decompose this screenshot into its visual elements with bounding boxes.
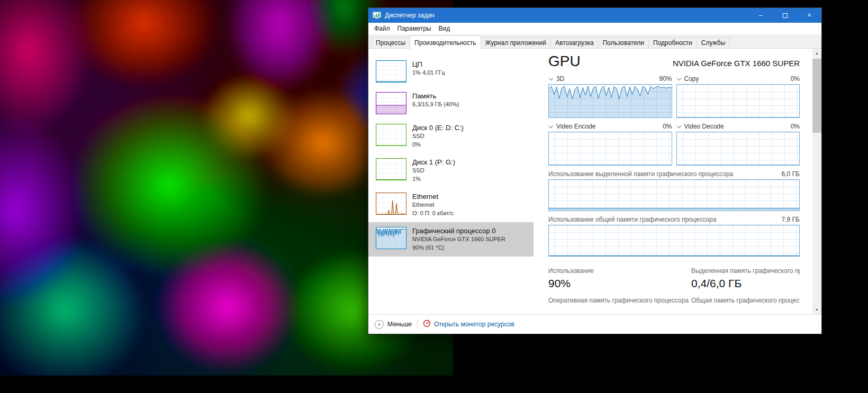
- gpu-panel-header: GPU NVIDIA GeForce GTX 1660 SUPER: [548, 53, 800, 70]
- stat-dedicated-value: 0,4/6,0 ГБ: [691, 277, 800, 290]
- chart-dedicated-memory: Использование выделенной памяти графичес…: [548, 170, 800, 211]
- cpu-stats: 1% 4,01 ГГц: [412, 69, 445, 77]
- tab-users[interactable]: Пользователи: [598, 37, 649, 48]
- footer-bar: ∧ Меньше Открыть монитор ресурсов: [368, 314, 821, 334]
- sidebar-item-memory[interactable]: Память 6,3/15,9 ГБ (40%): [368, 87, 534, 119]
- chevron-down-icon: [549, 123, 553, 127]
- memory-stats: 6,3/15,9 ГБ (40%): [412, 100, 459, 108]
- chevron-down-icon: [676, 123, 681, 127]
- ethernet-name: Ethernet: [412, 201, 454, 209]
- chart-3d: 3D 90%: [548, 75, 672, 118]
- sidebar-item-ethernet[interactable]: Ethernet Ethernet О: 0 П: 0 кбит/с: [368, 188, 534, 222]
- gpu-usage-temp: 90% (61 °C): [412, 244, 505, 252]
- minimize-icon: –: [759, 12, 763, 19]
- fewer-details-button[interactable]: ∧ Меньше: [375, 320, 412, 329]
- footer-divider: [417, 319, 418, 329]
- disk0-usage: 0%: [412, 141, 464, 149]
- dedicated-memory-label: Использование выделенной памяти графичес…: [548, 170, 733, 178]
- panel-title: GPU: [548, 53, 581, 70]
- task-manager-window: Диспетчер задач – × Файл Параметры Вид П…: [368, 7, 822, 334]
- sidebar-item-cpu[interactable]: ЦП 1% 4,01 ГГц: [368, 56, 534, 87]
- window-controls: – ×: [748, 8, 821, 23]
- chart-decode-label: Video Decode: [684, 123, 724, 130]
- sidebar-item-disk1[interactable]: Диск 1 (P: G:) SSD 1%: [368, 153, 534, 188]
- chevron-down-icon: [549, 76, 553, 80]
- ethernet-title: Ethernet: [412, 193, 454, 201]
- task-manager-icon: [373, 11, 381, 20]
- dedicated-memory-plot: [548, 179, 800, 211]
- chart-copy-plot: [676, 84, 800, 118]
- chart-decode-plot: [676, 132, 800, 166]
- fewer-details-label: Меньше: [387, 321, 412, 328]
- chart-decode-value: 0%: [791, 123, 800, 130]
- scrollbar-thumb[interactable]: [812, 59, 821, 133]
- performance-sidebar: ЦП 1% 4,01 ГГц Память 6,3/15,9 ГБ (40%) …: [368, 49, 534, 314]
- vertical-scrollbar[interactable]: ▲ ▼: [812, 49, 821, 314]
- tab-app-history[interactable]: Журнал приложений: [481, 37, 551, 48]
- scroll-down-icon: ▼: [815, 308, 819, 312]
- close-button[interactable]: ×: [797, 8, 821, 23]
- chart-3d-label: 3D: [556, 75, 564, 83]
- scroll-up-icon: ▲: [815, 51, 819, 55]
- tab-startup[interactable]: Автозагрузка: [550, 37, 599, 48]
- close-icon: ×: [807, 12, 811, 19]
- desktop: Диспетчер задач – × Файл Параметры Вид П…: [0, 0, 868, 393]
- titlebar[interactable]: Диспетчер задач – ×: [368, 8, 821, 23]
- stat-utilization-label: Использование: [548, 267, 691, 275]
- chart-copy-label: Copy: [684, 75, 699, 83]
- gpu-device-name: NVIDIA GeForce GTX 1660 SUPER: [673, 59, 800, 70]
- gpu-stats: Использование 90% Выделенная память граф…: [548, 267, 800, 304]
- chart-encode-label: Video Encode: [556, 123, 596, 130]
- chart-encode-value: 0%: [663, 123, 672, 130]
- open-resource-monitor-link[interactable]: Открыть монитор ресурсов: [423, 319, 514, 330]
- maximize-button[interactable]: [773, 8, 797, 23]
- scroll-down-button[interactable]: ▼: [812, 305, 821, 314]
- tab-performance[interactable]: Производительность: [410, 35, 481, 49]
- ethernet-thumbnail-chart: [376, 193, 406, 215]
- menu-view[interactable]: Вид: [435, 24, 454, 33]
- scroll-up-button[interactable]: ▲: [812, 49, 821, 58]
- stat-dedicated-memory: Выделенная память графического проц 0,4/…: [691, 267, 800, 290]
- stat-utilization-value: 90%: [548, 277, 691, 290]
- stat-shared-label: Общая память графического процессо: [691, 297, 800, 304]
- stat-shared-memory: Общая память графического процессо: [691, 297, 800, 304]
- disk0-type: SSD: [412, 132, 464, 140]
- shared-memory-plot: [548, 225, 800, 257]
- disk1-thumbnail-chart: [376, 158, 406, 180]
- memory-title: Память: [412, 92, 459, 100]
- chart-shared-memory: Использование общей памяти графического …: [548, 216, 800, 257]
- stat-utilization: Использование 90%: [548, 267, 691, 290]
- disk0-title: Диск 0 (E: D: C:): [412, 124, 464, 132]
- cpu-thumbnail-chart: [376, 60, 406, 83]
- disk1-usage: 1%: [412, 175, 455, 183]
- chevron-up-circle-icon: ∧: [375, 320, 384, 329]
- gpu-device: NVIDIA GeForce GTX 1660 SUPER: [412, 235, 505, 243]
- chart-encode-plot: [548, 132, 672, 166]
- sidebar-item-gpu[interactable]: Графический процессор 0 NVIDIA GeForce G…: [368, 222, 534, 257]
- stat-gpu-ram: Оперативная память графического процессо…: [548, 297, 691, 304]
- gpu-panel: GPU NVIDIA GeForce GTX 1660 SUPER 3D 90%: [534, 49, 812, 314]
- cpu-title: ЦП: [412, 60, 445, 69]
- tab-strip: Процессы Производительность Журнал прило…: [368, 34, 821, 49]
- chart-copy-value: 0%: [791, 75, 800, 83]
- tab-details[interactable]: Подробности: [648, 37, 697, 48]
- sidebar-item-disk0[interactable]: Диск 0 (E: D: C:) SSD 0%: [368, 119, 534, 153]
- gpu-title: Графический процессор 0: [412, 227, 505, 235]
- shared-memory-max: 7,9 ГБ: [782, 216, 800, 223]
- dedicated-memory-max: 6,0 ГБ: [782, 170, 800, 178]
- maximize-icon: [783, 13, 788, 18]
- chart-copy: Copy 0%: [676, 75, 800, 118]
- tab-processes[interactable]: Процессы: [371, 37, 410, 48]
- scrollbar-track[interactable]: [812, 58, 821, 305]
- stat-dedicated-label: Выделенная память графического проц: [691, 267, 800, 275]
- tab-services[interactable]: Службы: [697, 37, 730, 48]
- chart-3d-plot: [548, 84, 672, 118]
- menu-file[interactable]: Файл: [370, 24, 394, 33]
- resource-monitor-icon: [423, 319, 431, 330]
- menu-options[interactable]: Параметры: [394, 24, 435, 33]
- minimize-button[interactable]: –: [748, 8, 773, 23]
- chart-3d-value: 90%: [659, 75, 672, 83]
- ethernet-throughput: О: 0 П: 0 кбит/с: [412, 209, 454, 217]
- disk1-title: Диск 1 (P: G:): [412, 158, 455, 167]
- shared-memory-label: Использование общей памяти графического …: [548, 216, 716, 223]
